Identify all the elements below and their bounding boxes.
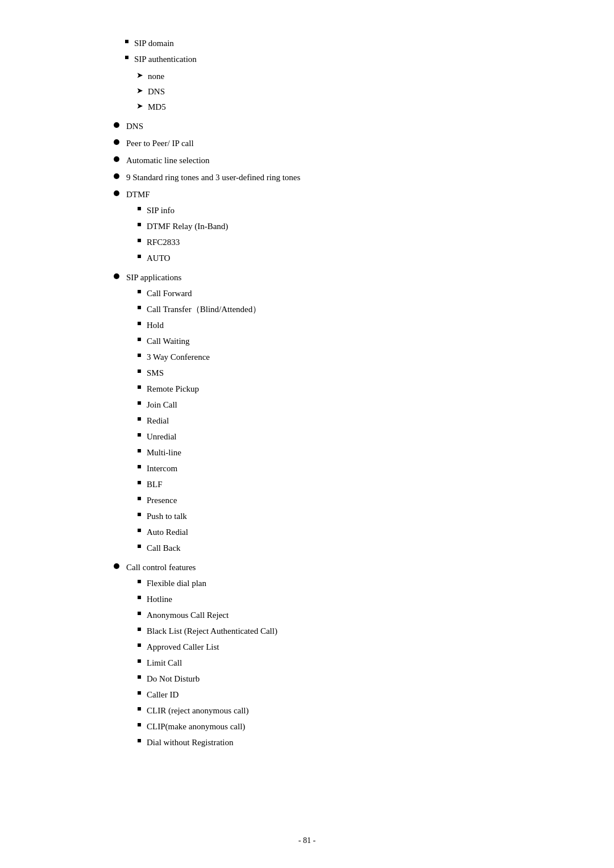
item-text: Limit Call — [147, 656, 182, 670]
bullet-icon — [114, 122, 119, 128]
list-item: Multi-line — [126, 446, 569, 459]
main-list: DNS Peer to Peer/ IP call Automatic line… — [114, 119, 569, 751]
list-item: 3 Way Conference — [126, 350, 569, 364]
square-bullet-icon — [138, 739, 141, 742]
list-item: Peer to Peer/ IP call — [114, 136, 569, 150]
arrow-icon: ➤ — [136, 100, 143, 113]
item-text: Automatic line selection — [126, 153, 569, 167]
square-bullet-icon — [138, 338, 141, 341]
item-text: Dial without Registration — [147, 736, 233, 749]
item-text: Peer to Peer/ IP call — [126, 136, 569, 150]
square-bullet-icon — [138, 354, 141, 357]
item-text: Remote Pickup — [147, 382, 199, 396]
item-text: Anonymous Call Reject — [147, 608, 229, 622]
square-bullet-icon — [138, 449, 141, 452]
item-text: 9 Standard ring tones and 3 user-defined… — [126, 171, 569, 184]
square-bullet-icon — [138, 306, 141, 309]
list-item-sip-apps: SIP applications Call Forward Call Trans… — [114, 271, 569, 557]
item-text: Call control features — [126, 563, 196, 572]
item-text: Join Call — [147, 398, 177, 412]
square-bullet-icon — [138, 596, 141, 599]
square-bullet-icon — [138, 433, 141, 437]
list-item: Remote Pickup — [126, 382, 569, 396]
sip-top-list: SIP domain SIP authentication — [114, 36, 569, 66]
item-text: Redial — [147, 414, 169, 427]
list-item: DNS — [114, 119, 569, 133]
list-item: Do Not Disturb — [126, 672, 569, 686]
item-text: SIP info — [147, 203, 175, 217]
list-item: DTMF Relay (In-Band) — [126, 219, 569, 233]
list-item: RFC2833 — [126, 235, 569, 249]
square-bullet-icon — [138, 322, 141, 325]
list-item: SIP domain — [114, 36, 569, 50]
square-bullet-icon — [138, 723, 141, 726]
square-bullet-icon — [138, 207, 141, 210]
list-item-call-control: Call control features Flexible dial plan… — [114, 560, 569, 751]
square-bullet-icon — [138, 223, 141, 226]
call-control-sub-list: Flexible dial plan Hotline Anonymous Cal… — [126, 576, 569, 749]
square-bullet-icon — [138, 401, 141, 405]
list-item: 9 Standard ring tones and 3 user-defined… — [114, 171, 569, 184]
sip-auth-list: ➤ none ➤ DNS ➤ MD5 — [114, 69, 569, 114]
list-item: ➤ MD5 — [114, 100, 569, 114]
item-text: Push to talk — [147, 509, 187, 523]
square-bullet-icon — [138, 707, 141, 711]
list-item-dtmf: DTMF SIP info DTMF Relay (In-Band) RF — [114, 188, 569, 267]
bullet-icon — [114, 563, 119, 569]
list-item: SMS — [126, 366, 569, 380]
square-bullet-icon — [138, 513, 141, 516]
item-text: SMS — [147, 366, 164, 380]
bullet-icon — [114, 156, 119, 162]
list-item: Redial — [126, 414, 569, 427]
item-text: Unredial — [147, 430, 176, 443]
list-item: Approved Caller List — [126, 640, 569, 654]
item-text: Auto Redial — [147, 525, 188, 539]
square-bullet-icon — [138, 612, 141, 615]
item-text: Call Forward — [147, 286, 192, 300]
item-text: RFC2833 — [147, 235, 180, 249]
item-text: Presence — [147, 493, 177, 507]
square-bullet-icon — [138, 691, 141, 695]
square-bullet-icon — [138, 290, 141, 293]
item-text: DNS — [126, 119, 569, 133]
square-bullet-icon — [138, 643, 141, 647]
square-bullet-icon — [138, 481, 141, 484]
square-bullet-icon — [125, 40, 128, 43]
item-text: Call Back — [147, 541, 181, 555]
list-item: Presence — [126, 493, 569, 507]
item-text: MD5 — [148, 100, 166, 114]
item-text: Hotline — [147, 592, 172, 606]
list-item: Call Back — [126, 541, 569, 555]
item-text: Flexible dial plan — [147, 576, 206, 590]
list-item: ➤ DNS — [114, 85, 569, 98]
list-item: CLIP(make anonymous call) — [126, 720, 569, 733]
item-text: SIP authentication — [134, 52, 197, 66]
list-item: Call Forward — [126, 286, 569, 300]
square-bullet-icon — [125, 56, 128, 59]
square-bullet-icon — [138, 255, 141, 258]
bullet-icon — [114, 173, 119, 179]
list-item: Black List (Reject Authenticated Call) — [126, 624, 569, 638]
arrow-icon: ➤ — [136, 69, 143, 82]
item-text: Approved Caller List — [147, 640, 219, 654]
dtmf-sub-list: SIP info DTMF Relay (In-Band) RFC2833 — [126, 203, 569, 265]
item-text: AUTO — [147, 251, 170, 265]
list-item: SIP authentication — [114, 52, 569, 66]
square-bullet-icon — [138, 417, 141, 421]
list-item: BLF — [126, 477, 569, 491]
list-item: Call Waiting — [126, 334, 569, 348]
list-item: SIP info — [126, 203, 569, 217]
item-text: Intercom — [147, 462, 177, 475]
item-text: SIP applications — [126, 273, 181, 282]
square-bullet-icon — [138, 529, 141, 532]
list-item: Call Transfer（Blind/Attended） — [126, 302, 569, 316]
item-text: 3 Way Conference — [147, 350, 210, 364]
list-item: ➤ none — [114, 69, 569, 83]
square-bullet-icon — [138, 628, 141, 631]
list-item: Flexible dial plan — [126, 576, 569, 590]
page-number: - 81 - — [298, 836, 316, 845]
item-text: Do Not Disturb — [147, 672, 200, 686]
list-item: Limit Call — [126, 656, 569, 670]
item-text: Call Transfer（Blind/Attended） — [147, 302, 261, 316]
square-bullet-icon — [138, 385, 141, 389]
